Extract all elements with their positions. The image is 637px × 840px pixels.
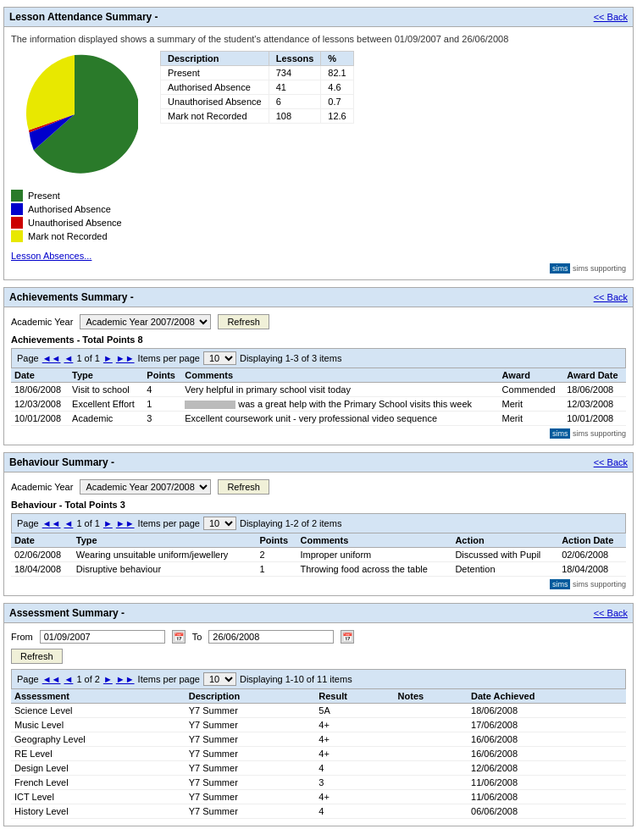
comment-suffix: was a great help with the Primary School… bbox=[238, 399, 472, 409]
assessment-refresh-button[interactable]: Refresh bbox=[11, 649, 63, 664]
beh-col-action: Action bbox=[451, 533, 558, 548]
attendance-stats-table: Description Lessons % Present 734 82.1 A… bbox=[160, 51, 354, 124]
assessment-back[interactable]: << Back bbox=[594, 608, 628, 618]
table-row: French Level Y7 Summer 3 11/06/2008 bbox=[11, 776, 626, 790]
legend-color-mark-not-recorded bbox=[11, 230, 23, 242]
page-info: 1 of 1 bbox=[76, 353, 100, 363]
ach-col-comments: Comments bbox=[181, 368, 498, 383]
beh-col-points: Points bbox=[256, 533, 296, 548]
assessment-to-input[interactable] bbox=[208, 630, 334, 644]
behaviour-summary-title: Behaviour - Total Points 3 bbox=[11, 500, 626, 510]
attendance-content: Present Authorised Absence Unauthorised … bbox=[11, 51, 626, 244]
beh-col-action-date: Action Date bbox=[558, 533, 626, 548]
to-label: To bbox=[192, 632, 202, 642]
legend-mark-not-recorded: Mark not Recorded bbox=[11, 230, 147, 242]
achievements-table: Date Type Points Comments Award Award Da… bbox=[11, 368, 626, 426]
achievements-display-info: Displaying 1-3 of 3 items bbox=[240, 353, 341, 363]
ass-col-assessment: Assessment bbox=[11, 689, 186, 704]
assessment-pagination: Page ◄◄ ◄ 1 of 2 ► ►► Items per page 10 … bbox=[11, 669, 626, 689]
table-row: Mark not Recorded 108 12.6 bbox=[161, 109, 354, 124]
achievements-section: Achievements Summary - << Back Academic … bbox=[3, 287, 634, 445]
attendance-table-area: Description Lessons % Present 734 82.1 A… bbox=[160, 51, 354, 124]
lesson-attendance-title: Lesson Attendance Summary - bbox=[9, 11, 158, 23]
lesson-attendance-body: The information displayed shows a summar… bbox=[4, 27, 633, 279]
achievements-filter-label: Academic Year bbox=[11, 317, 73, 327]
assessment-items-per-page[interactable]: 10 bbox=[203, 672, 236, 686]
table-row: Present 734 82.1 bbox=[161, 66, 354, 80]
items-per-page-label: Items per page bbox=[138, 353, 200, 363]
ach-col-points: Points bbox=[143, 368, 181, 383]
attendance-pie-chart bbox=[11, 51, 138, 178]
assessment-table: Assessment Description Result Notes Date… bbox=[11, 689, 626, 819]
ach-col-award-date: Award Date bbox=[563, 368, 626, 383]
behaviour-body: Academic Year Academic Year 2007/2008 Re… bbox=[4, 472, 633, 595]
lesson-attendance-back[interactable]: << Back bbox=[594, 12, 628, 22]
achievements-pagination: Page ◄◄ ◄ 1 of 1 ► ►► Items per page 10 … bbox=[11, 348, 626, 368]
prev-page-nav[interactable]: ◄ bbox=[64, 674, 73, 684]
next-page-nav[interactable]: ► bbox=[103, 674, 113, 684]
table-row: Science Level Y7 Summer 5A 18/06/2008 bbox=[11, 704, 626, 718]
table-row: RE Level Y7 Summer 4+ 16/06/2008 bbox=[11, 747, 626, 761]
ass-col-date: Date Achieved bbox=[468, 689, 626, 704]
achievements-filter-row: Academic Year Academic Year 2007/2008 Re… bbox=[11, 314, 626, 329]
achievements-items-per-page[interactable]: 10 bbox=[203, 351, 236, 365]
next-page-nav[interactable]: ► bbox=[103, 518, 113, 528]
sims-logo-achievements: sims sims supporting bbox=[11, 429, 626, 438]
first-page-nav[interactable]: ◄◄ bbox=[42, 674, 61, 684]
page-info: 1 of 1 bbox=[76, 518, 100, 528]
assessment-header: Assessment Summary - << Back bbox=[4, 604, 633, 623]
col-percent: % bbox=[321, 52, 353, 66]
assessment-title-area: Assessment Summary - bbox=[9, 607, 125, 619]
table-row: 12/03/2008 Excellent Effort 1 was a grea… bbox=[11, 397, 626, 412]
table-row: Design Level Y7 Summer 4 12/06/2008 bbox=[11, 761, 626, 776]
assessment-from-input[interactable] bbox=[40, 630, 165, 644]
items-per-page-label: Items per page bbox=[138, 518, 200, 528]
behaviour-section: Behaviour Summary - << Back Academic Yea… bbox=[3, 452, 634, 596]
behaviour-back[interactable]: << Back bbox=[594, 457, 628, 467]
table-row: 18/04/2008 Disruptive behaviour 1 Throwi… bbox=[11, 562, 626, 577]
assessment-body: From 📅 To 📅 Refresh Page ◄◄ ◄ 1 of 2 ► ►… bbox=[4, 623, 633, 826]
first-page-nav[interactable]: ◄◄ bbox=[42, 518, 61, 528]
behaviour-table: Date Type Points Comments Action Action … bbox=[11, 533, 626, 577]
behaviour-items-per-page[interactable]: 10 bbox=[203, 517, 236, 530]
pie-area: Present Authorised Absence Unauthorised … bbox=[11, 51, 147, 244]
achievements-year-select[interactable]: Academic Year 2007/2008 bbox=[80, 314, 211, 329]
beh-col-date: Date bbox=[11, 533, 73, 548]
behaviour-header: Behaviour Summary - << Back bbox=[4, 453, 633, 472]
behaviour-year-select[interactable]: Academic Year 2007/2008 bbox=[80, 479, 211, 495]
sims-logo-behaviour: sims sims supporting bbox=[11, 580, 626, 589]
ach-col-date: Date bbox=[11, 368, 69, 383]
last-page-nav[interactable]: ►► bbox=[116, 674, 135, 684]
legend-color-present bbox=[11, 190, 23, 202]
achievements-back[interactable]: << Back bbox=[594, 292, 628, 302]
behaviour-display-info: Displaying 1-2 of 2 items bbox=[240, 518, 341, 528]
last-page-nav[interactable]: ►► bbox=[116, 518, 135, 528]
legend-authorised: Authorised Absence bbox=[11, 203, 147, 215]
table-row: 10/01/2008 Academic 3 Excellent coursewo… bbox=[11, 412, 626, 426]
ass-col-notes: Notes bbox=[395, 689, 468, 704]
col-description: Description bbox=[161, 52, 269, 66]
assessment-date-row: From 📅 To 📅 bbox=[11, 630, 626, 644]
achievements-title-area: Achievements Summary - bbox=[9, 291, 134, 303]
sims-logo-attendance: sims sims supporting bbox=[11, 264, 626, 273]
last-page-nav[interactable]: ►► bbox=[116, 353, 135, 363]
ass-col-description: Description bbox=[186, 689, 316, 704]
page-label: Page bbox=[17, 353, 39, 363]
assessment-display-info: Displaying 1-10 of 11 items bbox=[240, 674, 352, 684]
prev-page-nav[interactable]: ◄ bbox=[64, 353, 73, 363]
from-calendar-icon[interactable]: 📅 bbox=[172, 630, 186, 644]
first-page-nav[interactable]: ◄◄ bbox=[42, 353, 61, 363]
lesson-absences-link[interactable]: Lesson Absences... bbox=[11, 251, 626, 261]
prev-page-nav[interactable]: ◄ bbox=[64, 518, 73, 528]
page-info: 1 of 2 bbox=[76, 674, 100, 684]
table-row: 02/06/2008 Wearing unsuitable uniform/je… bbox=[11, 548, 626, 562]
assessment-section: Assessment Summary - << Back From 📅 To 📅… bbox=[3, 603, 634, 826]
next-page-nav[interactable]: ► bbox=[103, 353, 113, 363]
behaviour-refresh-button[interactable]: Refresh bbox=[218, 479, 269, 495]
achievements-refresh-button[interactable]: Refresh bbox=[218, 314, 269, 329]
behaviour-filter-label: Academic Year bbox=[11, 482, 73, 492]
to-calendar-icon[interactable]: 📅 bbox=[341, 630, 354, 644]
attendance-info-text: The information displayed shows a summar… bbox=[11, 34, 626, 44]
table-row: Geography Level Y7 Summer 4+ 16/06/2008 bbox=[11, 732, 626, 747]
behaviour-pagination: Page ◄◄ ◄ 1 of 1 ► ►► Items per page 10 … bbox=[11, 513, 626, 533]
